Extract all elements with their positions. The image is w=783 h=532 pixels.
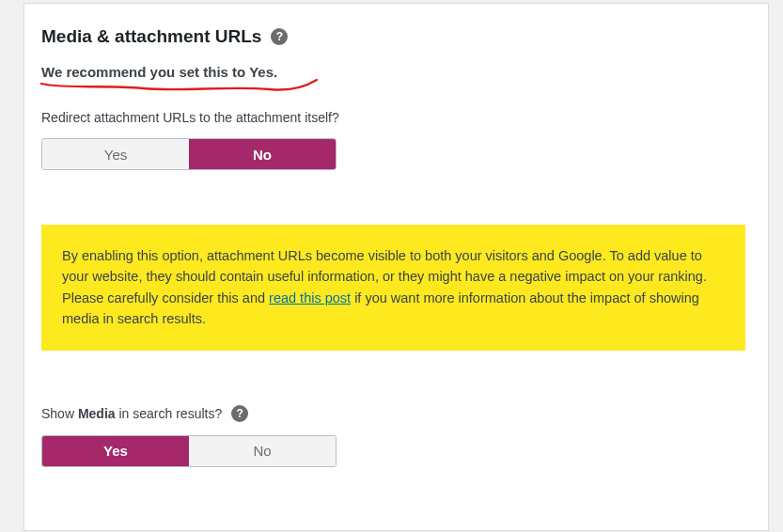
redirect-attachment-yes[interactable]: Yes <box>42 139 189 169</box>
show-media-label-bold: Media <box>78 406 116 421</box>
help-icon[interactable]: ? <box>231 405 248 422</box>
redirect-attachment-toggle: Yes No <box>41 138 337 170</box>
redirect-attachment-no[interactable]: No <box>189 139 336 169</box>
show-media-label-suffix: in search results? <box>116 406 223 421</box>
warning-notice: By enabling this option, attachment URLs… <box>41 225 745 351</box>
recommend-wrap: We recommend you set this to Yes. <box>41 64 277 80</box>
settings-panel: Media & attachment URLs ? We recommend y… <box>23 3 769 531</box>
show-media-label: Show Media in search results? <box>41 406 222 421</box>
read-this-post-link[interactable]: read this post <box>269 290 351 305</box>
hand-underline-annotation <box>39 76 331 99</box>
warning-notice-text: By enabling this option, attachment URLs… <box>62 245 721 330</box>
section-title-text: Media & attachment URLs <box>41 26 261 47</box>
show-media-label-row: Show Media in search results? ? <box>41 405 745 422</box>
section-title: Media & attachment URLs ? <box>41 26 745 47</box>
redirect-attachment-label: Redirect attachment URLs to the attachme… <box>41 110 745 125</box>
show-media-label-prefix: Show <box>41 406 78 421</box>
show-media-yes[interactable]: Yes <box>42 436 189 466</box>
show-media-toggle: Yes No <box>41 435 337 467</box>
show-media-no[interactable]: No <box>189 436 336 466</box>
help-icon[interactable]: ? <box>271 28 288 45</box>
